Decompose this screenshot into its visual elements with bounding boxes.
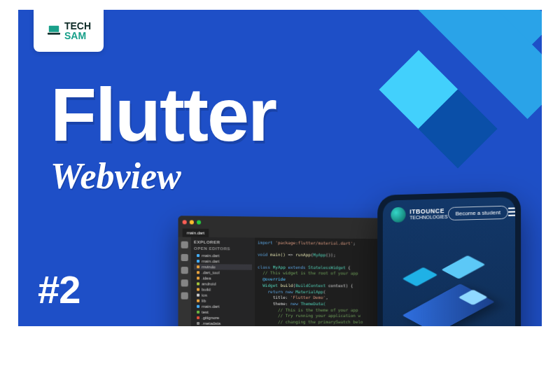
- file-icon: [197, 316, 200, 319]
- vscode-window: main.dart EXPLORER OPEN EDITORS main.dar…: [178, 216, 394, 326]
- file-icon: [197, 265, 200, 268]
- become-student-button[interactable]: Become a student: [448, 205, 508, 220]
- file-name-label: build: [202, 288, 211, 292]
- vscode-activity-bar: [178, 237, 190, 326]
- file-name-label: .idea: [202, 276, 211, 280]
- file-icon: [197, 260, 200, 262]
- search-icon: [181, 254, 188, 261]
- window-min-dot: [190, 220, 194, 224]
- debug-icon: [181, 279, 188, 286]
- file-tree-item[interactable]: build: [194, 286, 252, 292]
- file-icon: [197, 300, 200, 302]
- files-icon: [181, 241, 188, 248]
- file-name-label: .gitignore: [202, 316, 219, 320]
- file-tree-item[interactable]: .metadata: [194, 321, 252, 326]
- file-icon: [197, 288, 200, 291]
- window-max-dot: [197, 220, 201, 225]
- phone-mockup: ITBOUNCE TECHNOLOGIES Become a student: [377, 191, 521, 326]
- file-name-label: .metadata: [202, 321, 220, 326]
- svg-rect-0: [49, 26, 59, 32]
- extensions-icon: [181, 293, 188, 300]
- headline-block: Flutter Webview: [50, 77, 276, 197]
- brand-text: ITBOUNCE TECHNOLOGIES: [410, 208, 447, 220]
- brand-logo-icon: [391, 207, 405, 223]
- file-tree-item[interactable]: test: [194, 309, 252, 315]
- phone-appbar: ITBOUNCE TECHNOLOGIES Become a student: [383, 197, 515, 227]
- file-tree-item[interactable]: ios: [194, 293, 252, 298]
- vscode-editor: import 'package:flutter/material.dart'; …: [255, 238, 395, 326]
- file-name-label: .dart_tool: [202, 270, 219, 274]
- file-name-label: main.dart: [202, 253, 219, 258]
- file-tree-item[interactable]: lib: [194, 298, 252, 304]
- hamburger-menu-icon[interactable]: [508, 207, 515, 216]
- channel-logo-badge: TECH SAM: [34, 10, 104, 52]
- file-tree-item[interactable]: .gitignore: [194, 315, 252, 321]
- svg-rect-1: [48, 33, 60, 35]
- logo-word-2: SAM: [64, 30, 86, 41]
- file-name-label: main.dart: [202, 259, 219, 263]
- headline-title: Flutter: [50, 77, 276, 153]
- file-name-label: mvindo: [202, 265, 216, 269]
- headline-subtitle: Webview: [50, 155, 276, 197]
- episode-number: #2: [38, 267, 80, 312]
- file-name-label: main.dart: [202, 304, 219, 309]
- file-name-label: ios: [202, 293, 207, 298]
- thumbnail-canvas: TECH SAM Flutter Webview #2 main.dart: [0, 0, 560, 392]
- phone-screen: ITBOUNCE TECHNOLOGIES Become a student: [383, 197, 515, 326]
- scm-icon: [181, 267, 188, 274]
- file-icon: [197, 282, 200, 285]
- window-close-dot: [183, 220, 187, 224]
- file-icon: [197, 322, 200, 325]
- file-tree-item[interactable]: main.dart: [194, 304, 252, 309]
- phone-hero-illustration: [383, 230, 515, 326]
- file-icon: [197, 254, 200, 257]
- channel-logo-text: TECH SAM: [64, 21, 91, 41]
- file-icon: [197, 305, 200, 308]
- file-name-label: test: [202, 310, 209, 314]
- explorer-heading: EXPLORER: [194, 240, 252, 245]
- file-icon: [197, 276, 200, 279]
- file-name-label: android: [202, 281, 216, 286]
- file-icon: [197, 294, 200, 297]
- file-icon: [197, 311, 200, 314]
- file-icon: [197, 271, 200, 274]
- phone-brand: ITBOUNCE TECHNOLOGIES: [391, 206, 447, 223]
- open-editors-heading: OPEN EDITORS: [194, 246, 252, 251]
- thumbnail-inner: TECH SAM Flutter Webview #2 main.dart: [18, 10, 542, 326]
- brand-sub: TECHNOLOGIES: [410, 214, 447, 220]
- vscode-active-tab: main.dart: [183, 228, 209, 237]
- vscode-explorer: EXPLORER OPEN EDITORS main.dartmain.dart…: [191, 237, 255, 326]
- file-name-label: lib: [202, 299, 206, 303]
- laptop-icon: [46, 24, 62, 37]
